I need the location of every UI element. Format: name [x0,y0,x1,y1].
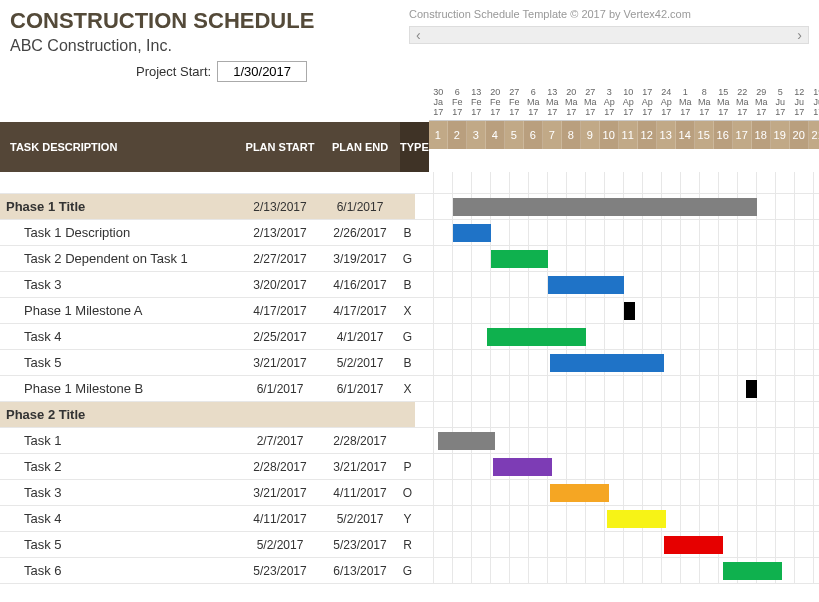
scroll-left-icon[interactable]: ‹ [416,27,421,43]
plan-start: 5/23/2017 [240,558,320,583]
task-description: Task 5 [0,532,240,557]
task-row[interactable]: Task 65/23/20176/13/2017G [0,558,819,584]
week-cell: 7 [543,121,562,149]
type-cell: G [400,246,415,271]
week-cell: 9 [581,121,600,149]
gantt-bar [453,224,491,242]
task-row[interactable]: Task 55/2/20175/23/2017R [0,532,819,558]
task-row[interactable]: Phase 1 Milestone B6/1/20176/1/2017X [0,376,819,402]
task-row[interactable]: Task 44/11/20175/2/2017Y [0,506,819,532]
plan-end: 6/1/2017 [320,194,400,219]
phase-row[interactable]: Phase 2 Title [0,402,819,428]
plan-start: 2/13/2017 [240,194,320,219]
type-cell [400,402,415,427]
page-title: CONSTRUCTION SCHEDULE [10,8,314,34]
week-cell: 16 [714,121,733,149]
date-cell: 29Ma17 [752,86,771,120]
company-name: ABC Construction, Inc. [10,37,314,55]
gantt-area [415,558,819,583]
date-cell: 3Ap17 [600,86,619,120]
plan-end: 5/2/2017 [320,506,400,531]
type-cell: X [400,298,415,323]
date-cell: 20Fe17 [486,86,505,120]
task-row[interactable]: Task 2 Dependent on Task 12/27/20173/19/… [0,246,819,272]
gantt-area [415,220,819,245]
plan-end: 6/13/2017 [320,558,400,583]
task-description: Task 3 [0,480,240,505]
gantt-area [415,428,819,453]
week-cell: 14 [676,121,695,149]
plan-end: 6/1/2017 [320,376,400,401]
phase-row[interactable]: Phase 1 Title2/13/20176/1/2017 [0,194,819,220]
task-row[interactable]: Phase 1 Milestone A4/17/20174/17/2017X [0,298,819,324]
task-description: Task 4 [0,324,240,349]
task-row[interactable]: Task 33/20/20174/16/2017B [0,272,819,298]
col-task-header: TASK DESCRIPTION [0,141,240,153]
task-row[interactable]: Task 1 Description2/13/20172/26/2017B [0,220,819,246]
date-cell: 24Ap17 [657,86,676,120]
gantt-bar [607,510,666,528]
plan-start: 2/27/2017 [240,246,320,271]
task-description: Task 3 [0,272,240,297]
project-start-input[interactable] [217,61,307,82]
type-cell [400,194,415,219]
type-cell: B [400,272,415,297]
gantt-area [415,480,819,505]
scroll-right-icon[interactable]: › [797,27,802,43]
week-cell: 15 [695,121,714,149]
plan-start: 3/21/2017 [240,480,320,505]
gantt-bar [438,432,495,450]
gantt-area [415,376,819,401]
gantt-area [415,454,819,479]
gantt-area [415,272,819,297]
plan-end: 3/21/2017 [320,454,400,479]
plan-start: 6/1/2017 [240,376,320,401]
task-row[interactable]: Task 12/7/20172/28/2017 [0,428,819,454]
gantt-area [415,194,819,219]
gantt-bar [548,276,624,294]
task-description: Task 1 [0,428,240,453]
gantt-bar [453,198,757,216]
date-cell: 19Ju17 [809,86,819,120]
plan-end: 5/23/2017 [320,532,400,557]
week-cell: 21 [809,121,819,149]
date-cell: 5Ju17 [771,86,790,120]
week-cell: 12 [638,121,657,149]
plan-end: 2/28/2017 [320,428,400,453]
plan-end: 4/1/2017 [320,324,400,349]
task-description: Phase 1 Milestone A [0,298,240,323]
plan-start: 2/28/2017 [240,454,320,479]
task-description: Task 5 [0,350,240,375]
week-cell: 6 [524,121,543,149]
task-row[interactable]: Task 42/25/20174/1/2017G [0,324,819,350]
task-row[interactable]: Task 53/21/20175/2/2017B [0,350,819,376]
date-cell: 17Ap17 [638,86,657,120]
plan-end: 3/19/2017 [320,246,400,271]
week-cell: 2 [448,121,467,149]
type-cell: R [400,532,415,557]
credit-text: Construction Schedule Template © 2017 by… [409,8,809,20]
task-description: Task 4 [0,506,240,531]
week-cell: 17 [733,121,752,149]
date-cell: 15Ma17 [714,86,733,120]
timeline-scrollbar[interactable]: ‹ › [409,26,809,44]
type-cell: P [400,454,415,479]
date-cell: 22Ma17 [733,86,752,120]
timeline-dates: 30Ja176Fe1713Fe1720Fe1727Fe176Ma1713Ma17… [429,86,819,120]
task-row[interactable]: Task 22/28/20173/21/2017P [0,454,819,480]
gantt-area [415,402,819,427]
project-start-label: Project Start: [136,64,211,79]
task-row[interactable]: Task 33/21/20174/11/2017O [0,480,819,506]
date-cell: 13Fe17 [467,86,486,120]
week-cell: 5 [505,121,524,149]
task-description: Phase 1 Milestone B [0,376,240,401]
gantt-bar [487,328,586,346]
type-cell: X [400,376,415,401]
plan-start: 3/20/2017 [240,272,320,297]
gantt-bar [493,458,552,476]
week-cell: 3 [467,121,486,149]
week-cell: 8 [562,121,581,149]
plan-start [240,402,320,427]
plan-start: 4/17/2017 [240,298,320,323]
week-cell: 20 [790,121,809,149]
